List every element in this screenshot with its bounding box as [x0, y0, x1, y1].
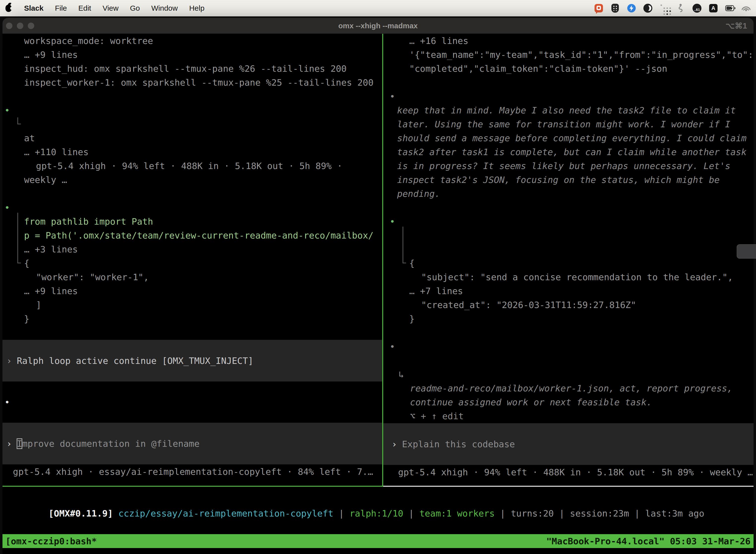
code-line: p = Path('.omx/state/team/review-current…	[2, 229, 382, 242]
code-block: cat "$OMX_TEAM_STATE_ROOT/team/review-cu…	[388, 229, 754, 270]
ran-command-line: •Ran set -euo pipefail	[388, 215, 754, 229]
shield-grid-icon[interactable]	[611, 4, 620, 13]
terminal-line: … +9 lines	[2, 48, 382, 62]
terminal-content: workspace_mode: worktree … +9 lines insp…	[2, 34, 754, 554]
window-titlebar[interactable]: omx --xhigh --madmax ⌥⌘1	[2, 18, 754, 34]
output-bracket	[17, 117, 21, 124]
ran-command-line: •Ran tmux capture-pane -t %25 -p -S -80	[2, 104, 382, 117]
output-json-line: {	[2, 257, 382, 270]
screen-overlay-pill[interactable]: Scre	[737, 244, 756, 259]
menu-edit[interactable]: Edit	[78, 4, 91, 12]
ellipsis-line: … +3 lines	[2, 242, 382, 257]
code-line: from pathlib import Path	[2, 215, 382, 229]
model-status-line: gpt-5.4 xhigh · 94% left · 488K in · 5.1…	[388, 465, 754, 479]
thinking-line: task2 after task1 is complete, but can I…	[388, 145, 754, 159]
window-shortcut-badge: ⌥⌘1	[726, 18, 747, 34]
reply-arrow-icon: ↳	[398, 368, 404, 382]
window-title: omx --xhigh --madmax	[2, 18, 754, 34]
status-bullet-icon: •	[4, 104, 10, 117]
hud-team-workers: team:1 workers	[420, 508, 495, 518]
thinking-line: later. Using the same for transition mig…	[388, 117, 754, 131]
menubar-app-name[interactable]: Slack	[24, 4, 44, 12]
menubar-status-tray: ..61 A	[594, 4, 751, 13]
status-bullet-icon: •	[390, 340, 395, 354]
prompt-input-left[interactable]: ›Improve documentation in @filename	[2, 423, 382, 464]
code-line: cat "$OMX_TEAM_STATE_ROOT/team/review-cu…	[388, 229, 754, 242]
mailbox-message-line: readme-and-reco/mailbox/worker-1.json, a…	[388, 382, 754, 395]
menu-file[interactable]: File	[55, 4, 67, 12]
dots-grid-icon[interactable]	[660, 4, 669, 13]
prompt-icon: ›	[2, 439, 12, 449]
tmux-session-label[interactable]: [omx-cczip0:bash*	[5, 536, 97, 546]
prompt-icon: ›	[388, 439, 397, 449]
output-json-line: }	[388, 312, 754, 326]
status-bullet-icon: •	[4, 395, 10, 409]
tmux-pane-left[interactable]: workspace_mode: worktree … +9 lines insp…	[2, 34, 382, 486]
code-block: from pathlib import Path p = Path('.omx/…	[2, 215, 382, 270]
output-json-line: ]	[2, 298, 382, 312]
status-bullet-icon: •	[4, 201, 10, 215]
mailbox-message-line: ↳1 new msg(s): read $OMX_TEAM_STATE_ROOT…	[388, 368, 754, 382]
hud-session-stats: | turns:20 | session:23m | last:3m ago	[495, 508, 704, 518]
code-line: tasks/task-2.json"	[388, 242, 754, 257]
omx-hud-pane: [OMX#0.11.9] cczip/essay/ai-reimplementa…	[2, 487, 754, 534]
hud-ralph-counter: ralph:1/10	[350, 508, 403, 518]
waiting-status-line: •Waiting for background terminal (3m 46s…	[388, 340, 754, 354]
terminal-line: inspect_hud: omx sparkshell --tmux-pane …	[2, 62, 382, 76]
ellipsis-line: … +16 lines	[388, 34, 754, 48]
gauge-61-icon[interactable]: ..61	[693, 4, 701, 13]
wifi-icon[interactable]	[742, 4, 751, 13]
prompt-input-right[interactable]: ›Explain this codebase	[383, 423, 754, 465]
mailbox-message-line: continue assigned work or next feasible …	[388, 395, 754, 409]
crescent-app-icon[interactable]	[643, 4, 652, 13]
omx-hud-status-line: [OMX#0.11.9] cczip/essay/ai-reimplementa…	[2, 487, 754, 507]
usage-line: gpt-5.4 xhigh · 94% left · 488K in · 5.1…	[2, 159, 382, 173]
omx-version-badge: [OMX#0.11.9]	[48, 508, 113, 518]
menu-help[interactable]: Help	[189, 4, 205, 12]
notice-banner: ›Ralph loop active continue [OMX_TMUX_IN…	[2, 340, 382, 382]
menu-window[interactable]: Window	[151, 4, 178, 12]
command-output-line: at	[2, 131, 382, 145]
text-cursor: I	[17, 439, 22, 449]
output-json-line: "subject": "send a concise recommendatio…	[388, 270, 754, 284]
battery-icon[interactable]	[725, 4, 734, 13]
output-json-line: }	[2, 312, 382, 326]
terminal-line: "completed","claim_token":"claim-token"}…	[388, 62, 754, 76]
thinking-line: is in progress? It seems likely but perh…	[388, 159, 754, 173]
chat-app-icon[interactable]	[594, 4, 603, 13]
ellipsis-line: … +110 lines	[2, 145, 382, 159]
tmux-host-clock: "MacBook-Pro-44.local" 05:03 31-Mar-26	[546, 536, 751, 546]
model-status-line: gpt-5.4 xhigh · essay/ai-reimplementatio…	[2, 465, 382, 479]
tmux-status-bar: [omx-cczip0:bash* "MacBook-Pro-44.local"…	[2, 534, 754, 548]
prompt-icon: ›	[2, 356, 12, 366]
menu-view[interactable]: View	[103, 4, 118, 12]
output-json-line: "created_at": "2026-03-31T11:59:27.816Z"	[388, 298, 754, 312]
bolt-badge-icon[interactable]	[627, 4, 636, 13]
hud-project-path: cczip/essay/ai-reimplementation-copyleft	[113, 508, 333, 518]
thinking-line: keep that in mind. Maybe I also need the…	[388, 104, 754, 117]
ran-command-line: •Ran python3 - <<'PY'	[2, 201, 382, 215]
output-json-line: {	[388, 257, 754, 270]
command-output-line: be necessary for the end of the README. …	[2, 117, 382, 131]
thinking-line: •I need to get the claim token from the …	[388, 90, 754, 104]
menu-go[interactable]: Go	[130, 4, 140, 12]
terminal-line: inspect_worker-1: omx sparkshell --tmux-…	[2, 76, 382, 90]
output-json-line: "worker": "worker-1",	[2, 270, 382, 284]
status-bullet-icon: •	[390, 90, 395, 104]
status-bullet-icon: •	[390, 215, 395, 229]
terminal-line: '{"team_name":"my-team","task_id":"1","f…	[388, 48, 754, 62]
thinking-line: should send a message before completing …	[388, 131, 754, 145]
usage-line: weekly …	[2, 173, 382, 187]
apple-menu-icon[interactable]	[5, 5, 12, 12]
terminal-window: omx --xhigh --madmax ⌥⌘1 workspace_mode:…	[2, 18, 754, 554]
working-status-line: •Working (6m 38s • esc to interrupt)	[2, 395, 382, 409]
edit-shortcut-hint: ⌥ + ↑ edit	[388, 409, 754, 423]
hook-figure-icon[interactable]	[676, 4, 685, 13]
input-source-icon[interactable]: A	[709, 4, 718, 13]
thinking-line: pending.	[388, 187, 754, 201]
ellipsis-line: … +9 lines	[2, 284, 382, 298]
tmux-pane-right[interactable]: … +16 lines '{"team_name":"my-team","tas…	[383, 34, 754, 486]
macos-menubar: Slack File Edit View Go Window Help ..61…	[0, 0, 756, 16]
ellipsis-line: … +7 lines	[388, 284, 754, 298]
thinking-line: inspect task2's JSON, focusing on the st…	[388, 173, 754, 187]
